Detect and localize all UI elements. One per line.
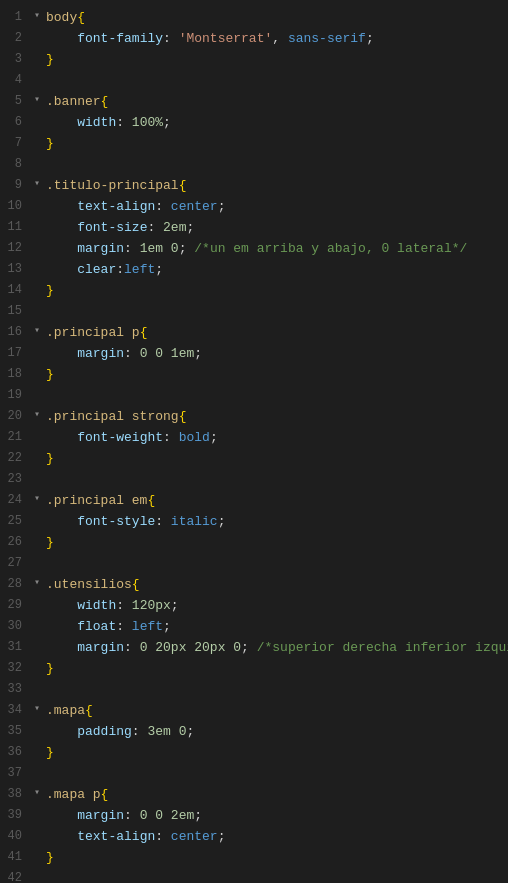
fold-arrow[interactable]: ▾ (30, 176, 44, 192)
code-content: } (44, 365, 508, 386)
fold-arrow[interactable]: ▾ (30, 785, 44, 801)
line-number: 4 (0, 71, 30, 90)
code-line: 1▾body{ (0, 8, 508, 29)
line-number: 29 (0, 596, 30, 615)
fold-arrow[interactable]: ▾ (30, 323, 44, 339)
code-line: 27 (0, 554, 508, 575)
code-line: 38▾.mapa p{ (0, 785, 508, 806)
code-content: font-style: italic; (44, 512, 508, 533)
code-content: .banner{ (44, 92, 508, 113)
code-line: 40 text-align: center; (0, 827, 508, 848)
line-number: 37 (0, 764, 30, 783)
line-number: 10 (0, 197, 30, 216)
code-content: margin: 0 0 2em; (44, 806, 508, 827)
code-line: 34▾.mapa{ (0, 701, 508, 722)
line-number: 7 (0, 134, 30, 153)
code-line: 13 clear:left; (0, 260, 508, 281)
code-content: .principal strong{ (44, 407, 508, 428)
line-number: 6 (0, 113, 30, 132)
code-content: .principal em{ (44, 491, 508, 512)
code-line: 19 (0, 386, 508, 407)
code-content: .principal p{ (44, 323, 508, 344)
line-number: 18 (0, 365, 30, 384)
line-number: 42 (0, 869, 30, 883)
code-line: 4 (0, 71, 508, 92)
fold-arrow[interactable]: ▾ (30, 407, 44, 423)
line-number: 35 (0, 722, 30, 741)
line-number: 41 (0, 848, 30, 867)
line-number: 40 (0, 827, 30, 846)
code-line: 42 (0, 869, 508, 883)
line-number: 16 (0, 323, 30, 342)
code-content: body{ (44, 8, 508, 29)
fold-arrow[interactable]: ▾ (30, 491, 44, 507)
code-content: } (44, 50, 508, 71)
code-line: 14} (0, 281, 508, 302)
code-line: 31 margin: 0 20px 20px 0; /*superior der… (0, 638, 508, 659)
fold-arrow[interactable]: ▾ (30, 8, 44, 24)
line-number: 32 (0, 659, 30, 678)
line-number: 31 (0, 638, 30, 657)
code-content: margin: 1em 0; /*un em arriba y abajo, 0… (44, 239, 508, 260)
code-line: 5▾.banner{ (0, 92, 508, 113)
code-line: 9▾.titulo-principal{ (0, 176, 508, 197)
line-number: 3 (0, 50, 30, 69)
code-line: 7} (0, 134, 508, 155)
code-line: 3} (0, 50, 508, 71)
code-editor: 1▾body{2 font-family: 'Montserrat', sans… (0, 0, 508, 883)
code-line: 8 (0, 155, 508, 176)
code-line: 33 (0, 680, 508, 701)
line-number: 15 (0, 302, 30, 321)
code-line: 36} (0, 743, 508, 764)
line-number: 36 (0, 743, 30, 762)
fold-arrow[interactable]: ▾ (30, 575, 44, 591)
code-content: } (44, 848, 508, 869)
code-content: font-weight: bold; (44, 428, 508, 449)
code-line: 10 text-align: center; (0, 197, 508, 218)
fold-arrow[interactable]: ▾ (30, 92, 44, 108)
code-content: } (44, 281, 508, 302)
code-content: padding: 3em 0; (44, 722, 508, 743)
code-line: 28▾.utensilios{ (0, 575, 508, 596)
code-content: .mapa{ (44, 701, 508, 722)
code-content: font-size: 2em; (44, 218, 508, 239)
line-number: 1 (0, 8, 30, 27)
line-number: 39 (0, 806, 30, 825)
line-number: 5 (0, 92, 30, 111)
code-content: width: 100%; (44, 113, 508, 134)
code-content: margin: 0 20px 20px 0; /*superior derech… (44, 638, 508, 659)
code-line: 12 margin: 1em 0; /*un em arriba y abajo… (0, 239, 508, 260)
fold-arrow[interactable]: ▾ (30, 701, 44, 717)
code-line: 2 font-family: 'Montserrat', sans-serif; (0, 29, 508, 50)
code-content: } (44, 533, 508, 554)
code-line: 41} (0, 848, 508, 869)
line-number: 25 (0, 512, 30, 531)
code-content: .titulo-principal{ (44, 176, 508, 197)
code-line: 6 width: 100%; (0, 113, 508, 134)
code-line: 21 font-weight: bold; (0, 428, 508, 449)
code-line: 39 margin: 0 0 2em; (0, 806, 508, 827)
line-number: 28 (0, 575, 30, 594)
code-content: font-family: 'Montserrat', sans-serif; (44, 29, 508, 50)
code-line: 37 (0, 764, 508, 785)
code-content: } (44, 743, 508, 764)
code-line: 32} (0, 659, 508, 680)
code-line: 26} (0, 533, 508, 554)
code-line: 24▾.principal em{ (0, 491, 508, 512)
line-number: 20 (0, 407, 30, 426)
line-number: 2 (0, 29, 30, 48)
line-number: 9 (0, 176, 30, 195)
line-number: 22 (0, 449, 30, 468)
code-line: 29 width: 120px; (0, 596, 508, 617)
code-line: 25 font-style: italic; (0, 512, 508, 533)
line-number: 26 (0, 533, 30, 552)
line-number: 19 (0, 386, 30, 405)
code-content: } (44, 449, 508, 470)
line-number: 11 (0, 218, 30, 237)
code-line: 20▾.principal strong{ (0, 407, 508, 428)
code-line: 17 margin: 0 0 1em; (0, 344, 508, 365)
code-line: 11 font-size: 2em; (0, 218, 508, 239)
line-number: 12 (0, 239, 30, 258)
code-content: width: 120px; (44, 596, 508, 617)
code-content: float: left; (44, 617, 508, 638)
